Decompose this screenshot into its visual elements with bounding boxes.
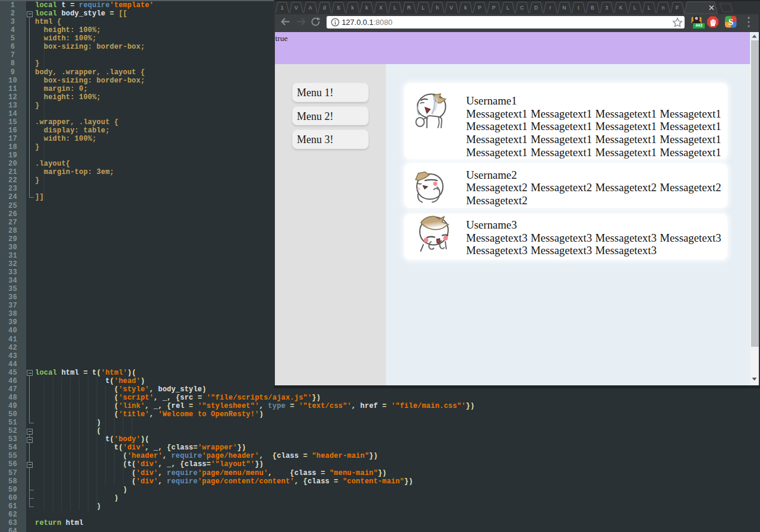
svg-text:r: r	[549, 5, 551, 11]
svg-text:K: K	[619, 5, 623, 11]
svg-text:k: k	[464, 5, 467, 11]
svg-text:L: L	[634, 5, 636, 11]
svg-text:P: P	[492, 5, 496, 11]
svg-text:L: L	[506, 5, 509, 11]
svg-text:h: h	[436, 5, 439, 11]
svg-text:L: L	[648, 5, 651, 11]
svg-text:n: n	[661, 5, 664, 11]
svg-text:L: L	[422, 5, 425, 11]
svg-text:N: N	[562, 5, 566, 11]
svg-text:X: X	[379, 5, 383, 11]
svg-text:k: k	[352, 5, 354, 11]
svg-text:L: L	[394, 5, 397, 11]
svg-text:d: d	[323, 5, 326, 11]
svg-text:S: S	[337, 5, 340, 11]
svg-text:k: k	[365, 5, 368, 11]
svg-text:C: C	[520, 5, 524, 11]
svg-text:A: A	[309, 5, 312, 11]
svg-text:S: S	[729, 17, 733, 27]
svg-text:P: P	[478, 5, 482, 11]
svg-text:B: B	[591, 5, 594, 11]
svg-text:D: D	[534, 5, 538, 11]
svg-text:V: V	[449, 5, 453, 11]
svg-text:V: V	[294, 5, 298, 11]
svg-text:3: 3	[605, 5, 608, 11]
svg-text:t: t	[578, 5, 580, 11]
svg-text:F: F	[676, 5, 679, 11]
svg-text:1: 1	[281, 5, 284, 11]
svg-text:R: R	[407, 5, 411, 11]
